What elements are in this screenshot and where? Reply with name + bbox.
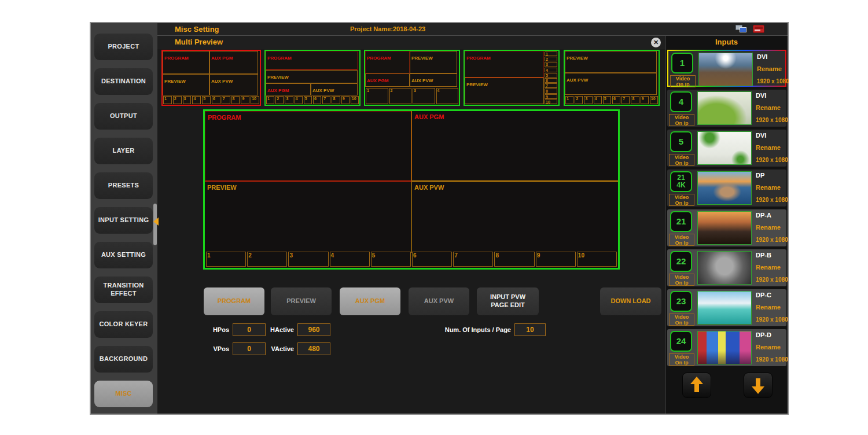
rename-link[interactable]: Rename xyxy=(756,104,781,111)
input-card-4[interactable]: 4 VideoOn Ip DVI Rename 1920 x 1080 xyxy=(667,90,786,127)
project-name: Project Name:2018-04-23 xyxy=(350,25,425,32)
aux-pgm-region-label: AUX PGM xyxy=(412,112,446,121)
hactive-field[interactable]: HActive 960 xyxy=(297,323,330,336)
sidebar-item-background[interactable]: BACKGROUND xyxy=(94,346,153,373)
layout-thumb-1[interactable]: PROGRAM AUX PGM PREVIEW AUX PVW 12345678… xyxy=(161,50,261,106)
video-on-ip-badge: VideoOn Ip xyxy=(669,234,694,246)
input-resolution: 1920 x 1080 xyxy=(756,117,788,123)
input-number-badge: 1 xyxy=(671,53,693,73)
rename-link[interactable]: Rename xyxy=(757,65,782,72)
hactive-label: HActive xyxy=(270,326,294,333)
input-type: DP xyxy=(756,172,764,179)
rename-link[interactable]: Rename xyxy=(756,344,781,351)
input-resolution: 1920 x 1080 xyxy=(756,316,788,323)
inputs-panel: Inputs 1 VideoOn Ip DVI Rename 1920 x 10… xyxy=(665,36,788,414)
active-section-arrow-icon xyxy=(153,218,159,226)
input-type: DP-B xyxy=(756,252,771,259)
scroll-up-button[interactable] xyxy=(682,373,711,398)
multi-preview-header: Multi Preview ✕ xyxy=(157,36,665,49)
rename-link[interactable]: Rename xyxy=(756,184,781,191)
input-card-23[interactable]: 23 VideoOn Ip DP-C Rename 1920 x 1080 xyxy=(667,289,786,326)
page-strip: 1234 xyxy=(366,88,458,104)
page-title: Misc Setting xyxy=(175,25,219,34)
sidebar-item-layer[interactable]: LAYER xyxy=(94,138,153,164)
layout-thumb-2[interactable]: PROGRAM PREVIEW AUX PGM AUX PVW 12345678… xyxy=(264,50,361,106)
video-on-ip-badge: VideoOn Ip xyxy=(669,154,694,166)
vactive-field[interactable]: VActive 480 xyxy=(297,342,330,355)
scroll-down-button[interactable] xyxy=(744,373,773,398)
input-thumbnail xyxy=(697,331,752,364)
inputs-panel-title: Inputs xyxy=(665,38,788,46)
input-number-badge: 214K xyxy=(670,171,692,192)
input-number-badge: 23 xyxy=(670,291,692,312)
rename-link[interactable]: Rename xyxy=(756,224,781,231)
input-type: DP-C xyxy=(756,292,771,298)
rename-link[interactable]: Rename xyxy=(756,264,781,271)
video-on-ip-badge: VideoOn Ip xyxy=(669,353,694,366)
input-thumbnail xyxy=(698,53,753,86)
input-thumbnail xyxy=(697,91,752,125)
hpos-label: HPos xyxy=(213,326,229,333)
sidebar-item-output[interactable]: OUTPUT xyxy=(94,103,153,130)
hpos-field[interactable]: HPos 0 xyxy=(233,323,266,336)
input-card-1[interactable]: 1 VideoOn Ip DVI Rename 1920 x 1080 xyxy=(667,50,786,87)
video-on-ip-badge: VideoOn Ip xyxy=(670,75,696,87)
input-number-badge: 5 xyxy=(670,131,692,152)
sidebar-item-input-setting[interactable]: INPUT SETTING xyxy=(94,207,153,234)
sidebar-item-presets[interactable]: PRESETS xyxy=(94,172,153,199)
video-on-ip-badge: VideoOn Ip xyxy=(669,274,694,286)
top-bar: Misc Setting Project Name:2018-04-23 xyxy=(157,23,788,36)
sidebar-menu: PROJECT DESTINATION OUTPUT LAYER PRESETS… xyxy=(94,34,153,407)
dual-monitor-icon[interactable] xyxy=(735,25,747,34)
page-strip-vertical: 12345678910 xyxy=(545,51,557,104)
close-icon[interactable]: ✕ xyxy=(651,38,661,47)
input-type: DVI xyxy=(756,92,766,99)
layout-thumb-3[interactable]: PROGRAM PREVIEW AUX PGM AUX PVW 1234 xyxy=(364,50,460,106)
input-card-24[interactable]: 24 VideoOn Ip DP-D Rename 1920 x 1080 xyxy=(667,329,786,366)
num-inputs-per-page-field[interactable]: Num. Of Inputs / Page 10 xyxy=(514,323,546,336)
input-thumbnail xyxy=(697,211,752,245)
preview-button[interactable]: PREVIEW xyxy=(271,287,332,315)
sidebar-item-misc[interactable]: MISC xyxy=(94,381,153,407)
keyboard-icon[interactable] xyxy=(753,25,764,33)
input-resolution: 1920 x 1080 xyxy=(756,237,788,243)
input-card-5[interactable]: 5 VideoOn Ip DVI Rename 1920 x 1080 xyxy=(667,130,786,167)
program-button[interactable]: PROGRAM xyxy=(204,287,264,315)
sidebar-item-destination[interactable]: DESTINATION xyxy=(94,68,153,95)
aux-pvw-region-label: AUX PVW xyxy=(412,183,446,192)
aux-pgm-button[interactable]: AUX PGM xyxy=(340,287,400,315)
input-resolution: 1920 x 1080 xyxy=(756,277,788,283)
sidebar-item-color-keyer[interactable]: COLOR KEYER xyxy=(94,311,153,338)
input-type: DP-A xyxy=(756,212,771,219)
sidebar-item-transition-effect[interactable]: TRANSITION EFFECT xyxy=(94,277,153,303)
input-thumbnail xyxy=(697,171,752,205)
vpos-field[interactable]: VPos 0 xyxy=(233,342,266,355)
download-button[interactable]: DOWN LOAD xyxy=(600,287,661,315)
input-number-badge: 21 xyxy=(670,211,692,232)
input-card-22[interactable]: 22 VideoOn Ip DP-B Rename 1920 x 1080 xyxy=(667,249,786,286)
input-card-21[interactable]: 21 VideoOn Ip DP-A Rename 1920 x 1080 xyxy=(667,209,786,246)
video-on-ip-badge: VideoOn Ip xyxy=(669,194,694,206)
input-thumbnail xyxy=(697,251,752,285)
input-resolution: 1920 x 1080 xyxy=(756,157,788,163)
rename-link[interactable]: Rename xyxy=(756,144,781,151)
input-resolution: 1920 x 1080 xyxy=(756,356,788,363)
rename-link[interactable]: Rename xyxy=(756,304,781,311)
num-inputs-per-page-label: Num. Of Inputs / Page xyxy=(445,326,511,333)
aux-pvw-button[interactable]: AUX PVW xyxy=(409,287,469,315)
layout-thumb-5[interactable]: PREVIEW AUX PVW 12345678910 xyxy=(564,50,660,106)
input-card-21-4k[interactable]: 214K VideoOn Ip DP Rename 1920 x 1080 xyxy=(667,169,786,207)
app-window: PROJECT DESTINATION OUTPUT LAYER PRESETS… xyxy=(90,22,789,415)
sidebar-item-aux-setting[interactable]: AUX SETTING xyxy=(94,242,153,268)
multi-preview-title: Multi Preview xyxy=(175,38,223,46)
input-resolution: 1920 x 1080 xyxy=(757,78,789,84)
sidebar-item-project[interactable]: PROJECT xyxy=(94,34,153,60)
input-number-badge: 4 xyxy=(670,91,692,112)
input-type: DP-D xyxy=(756,331,771,338)
page-strip: 12345678910 xyxy=(266,96,359,104)
layout-thumb-4[interactable]: PROGRAM PREVIEW 12345678910 xyxy=(464,50,560,106)
input-number-badge: 22 xyxy=(670,251,692,272)
input-resolution: 1920 x 1080 xyxy=(756,197,788,203)
input-pvw-page-edit-button[interactable]: INPUT PVW PAGE EDIT xyxy=(477,287,539,315)
page-strip: 12345678910 xyxy=(163,96,259,104)
